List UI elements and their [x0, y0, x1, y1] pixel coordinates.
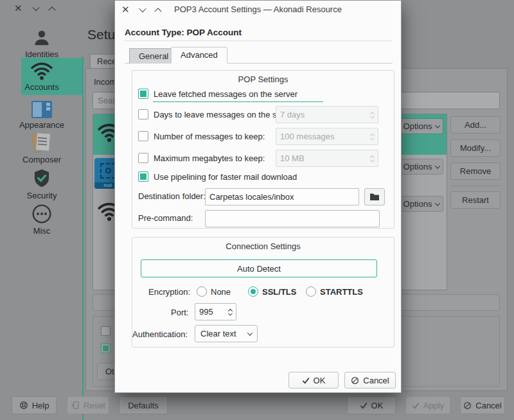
check-icon [360, 402, 368, 409]
destination-label: Destination folder: [138, 191, 206, 201]
sidebar-item-label: Appearance [0, 120, 84, 130]
folder-icon [369, 193, 380, 201]
dialog-window-controls: ✕ [121, 4, 161, 14]
sidebar-item-label: Identities [0, 49, 84, 59]
appearance-icon [31, 101, 52, 118]
sidebar-item-label: Composer [0, 155, 84, 164]
precommand-input[interactable] [205, 210, 380, 227]
connection-settings-title: Connection Settings [132, 238, 394, 251]
size-spinbox[interactable]: 10 MB [276, 150, 378, 167]
sidebar-item-appearance[interactable]: Appearance [0, 101, 84, 130]
authentication-label: Authentication: [132, 329, 188, 339]
add-button[interactable]: Add... [450, 116, 501, 134]
remove-button[interactable]: Remove [450, 162, 501, 180]
spinner-arrows-icon[interactable] [229, 308, 232, 316]
sidebar-item-accounts[interactable]: Accounts [0, 61, 84, 92]
dialog-cancel-button[interactable]: Cancel [344, 372, 396, 389]
precommand-label: Pre-command: [138, 213, 193, 223]
sidebar-item-misc[interactable]: Misc [0, 204, 84, 236]
count-label: Number of messages to keep: [154, 132, 265, 141]
close-icon[interactable]: ✕ [14, 3, 22, 13]
person-icon [32, 28, 51, 48]
main-window-controls: ✕ [14, 3, 55, 13]
main-ok-button[interactable]: OK [347, 396, 396, 414]
leave-fetched-checkbox[interactable] [138, 89, 148, 99]
options-dropdown-button[interactable]: Options [400, 196, 443, 212]
days-spinbox[interactable]: 7 days [276, 106, 378, 123]
help-button[interactable]: Help [12, 396, 57, 414]
sidebar-item-security[interactable]: Security [0, 168, 84, 200]
size-row[interactable]: Maximum megabytes to keep: [138, 153, 265, 163]
radio-icon[interactable] [306, 286, 316, 297]
radio-ssl-tls[interactable]: SSL/TLS [248, 286, 296, 297]
precommand-label-row: Pre-command: [138, 213, 193, 223]
reset-button[interactable]: Reset [67, 396, 109, 414]
options-dropdown-button[interactable]: Options [400, 159, 443, 175]
check-icon [412, 402, 420, 409]
pipelining-checkbox[interactable] [138, 171, 148, 182]
options-dropdown-button[interactable]: Options [400, 118, 443, 134]
folder-select-button[interactable] [364, 188, 385, 206]
dialog-ok-button[interactable]: OK [288, 372, 339, 389]
chevron-down-icon [435, 123, 440, 128]
port-spinbox[interactable]: 995 [195, 303, 236, 320]
detailed-checkbox[interactable] [101, 344, 111, 353]
defaults-button[interactable]: Defaults [119, 396, 168, 414]
restart-button[interactable]: Restart [450, 191, 501, 209]
tab-advanced[interactable]: Advanced [171, 47, 227, 64]
shield-icon [32, 168, 51, 189]
chevron-down-icon [247, 330, 253, 335]
auto-detect-button[interactable]: Auto Detect [141, 259, 377, 277]
port-label: Port: [171, 308, 188, 317]
radio-icon[interactable] [248, 286, 258, 297]
wifi-icon [30, 61, 53, 80]
count-checkbox[interactable] [138, 131, 148, 141]
minimize-icon[interactable] [139, 4, 146, 12]
beep-checkbox[interactable] [101, 326, 111, 336]
maximize-icon[interactable] [48, 6, 55, 13]
chevron-down-icon [435, 200, 440, 206]
spinner-arrows-icon[interactable] [371, 132, 374, 141]
pop3-settings-dialog: POP3 Account Settings — Akonadi Resource… [114, 0, 402, 393]
ellipsis-circle-icon [31, 204, 52, 224]
size-checkbox[interactable] [138, 153, 148, 163]
sidebar-item-label: Misc [0, 226, 84, 236]
radio-icon[interactable] [197, 286, 207, 297]
days-row[interactable]: Days to leave messages on the server: [138, 109, 298, 119]
main-cancel-button[interactable]: Cancel [460, 396, 505, 414]
pipelining-label: Use pipelining for faster mail download [154, 172, 297, 182]
leave-fetched-row[interactable]: Leave fetched messages on the server [138, 89, 297, 99]
pipelining-row[interactable]: Use pipelining for faster mail download [138, 171, 297, 182]
focus-underline [153, 101, 323, 102]
close-icon[interactable]: ✕ [121, 4, 130, 14]
cancel-icon [351, 376, 359, 385]
composer-icon [31, 132, 52, 153]
authentication-combobox[interactable]: Clear text [195, 325, 258, 342]
auth-label-row: Authentication: [132, 329, 188, 339]
button-separator [450, 186, 501, 186]
sidebar-item-label: Accounts [0, 82, 84, 92]
spinner-arrows-icon[interactable] [371, 154, 374, 162]
radio-starttls[interactable]: STARTTLS [306, 286, 363, 297]
maximize-icon[interactable] [154, 8, 161, 15]
account-type-heading: Account Type: POP Account [125, 28, 242, 37]
check-icon [302, 377, 310, 384]
count-spinbox[interactable]: 100 messages [276, 128, 378, 145]
destination-field[interactable]: Carpetas locales/inbox [205, 188, 359, 206]
sidebar-item-composer[interactable]: Composer [0, 132, 84, 164]
days-checkbox[interactable] [138, 109, 148, 119]
help-icon [19, 401, 28, 410]
modify-button[interactable]: Modify... [450, 139, 501, 157]
leave-fetched-label: Leave fetched messages on the server [154, 89, 297, 99]
reset-icon [71, 401, 80, 410]
chevron-down-icon [435, 163, 440, 168]
main-apply-button[interactable]: Apply [405, 396, 450, 414]
pop-settings-title: POP Settings [132, 71, 394, 84]
sidebar-item-identities[interactable]: Identities [0, 28, 84, 59]
sidebar-item-label: Security [0, 191, 84, 200]
minimize-icon[interactable] [32, 3, 39, 10]
count-row[interactable]: Number of messages to keep: [138, 131, 265, 141]
radio-none[interactable]: None [197, 286, 231, 297]
encryption-label: Encryption: [148, 287, 190, 297]
spinner-arrows-icon[interactable] [371, 110, 374, 119]
